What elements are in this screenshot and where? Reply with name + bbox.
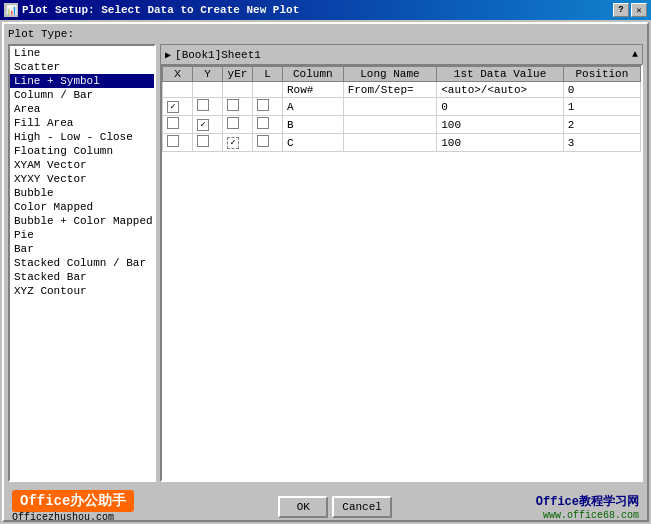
- plot-list-item[interactable]: Color Mapped: [10, 200, 154, 214]
- plot-list-item[interactable]: Floating Column: [10, 144, 154, 158]
- table-row: A01: [163, 98, 641, 116]
- l-checkbox[interactable]: [257, 135, 269, 147]
- ok-button[interactable]: OK: [278, 496, 328, 518]
- table-header: Position: [563, 67, 640, 82]
- longname-cell: [343, 116, 437, 134]
- plot-list-item[interactable]: Line: [10, 46, 154, 60]
- yer-checkbox-cell[interactable]: [223, 134, 253, 152]
- main-window: Plot Type: LineScatterLine + SymbolColum…: [2, 22, 649, 522]
- l-checkbox[interactable]: [257, 99, 269, 111]
- table-row: Row#From/Step=<auto>/<auto>0: [163, 82, 641, 98]
- y-checkbox-cell[interactable]: [193, 116, 223, 134]
- plot-list-item[interactable]: High - Low - Close: [10, 130, 154, 144]
- cancel-button[interactable]: Cancel: [332, 496, 392, 518]
- plot-list-item[interactable]: Area: [10, 102, 154, 116]
- yer-checkbox-cell[interactable]: [223, 116, 253, 134]
- plot-list-item[interactable]: Stacked Bar: [10, 270, 154, 284]
- brand-right-title: Office教程学习网: [536, 493, 639, 510]
- plot-list-item[interactable]: Line + Symbol: [10, 74, 154, 88]
- plot-type-label: Plot Type:: [8, 28, 74, 40]
- footer-row: Office办公助手 Officezhushou.com OK Cancel O…: [8, 488, 643, 524]
- yer-checkbox[interactable]: [227, 117, 239, 129]
- position-cell: 2: [563, 116, 640, 134]
- content-area: LineScatterLine + SymbolColumn / BarArea…: [8, 44, 643, 482]
- plot-list-item[interactable]: XYXY Vector: [10, 172, 154, 186]
- help-button[interactable]: ?: [613, 3, 629, 17]
- book-up-arrow[interactable]: ▲: [632, 49, 638, 60]
- firstdatavalue-cell: <auto>/<auto>: [437, 82, 564, 98]
- yer-checkbox[interactable]: [227, 137, 239, 149]
- x-checkbox-cell[interactable]: [163, 116, 193, 134]
- plot-list-item[interactable]: XYAM Vector: [10, 158, 154, 172]
- y-checkbox[interactable]: [197, 99, 209, 111]
- position-cell: 3: [563, 134, 640, 152]
- bottom-buttons: OK Cancel: [278, 496, 392, 518]
- book-arrow[interactable]: ▶: [165, 49, 171, 61]
- branding-left: Office办公助手 Officezhushou.com: [12, 490, 134, 523]
- plot-type-row: Plot Type:: [8, 28, 643, 40]
- plot-type-list[interactable]: LineScatterLine + SymbolColumn / BarArea…: [8, 44, 156, 482]
- x-checkbox[interactable]: [167, 101, 179, 113]
- yer-checkbox-cell[interactable]: [223, 82, 253, 98]
- plot-list-item[interactable]: Pie: [10, 228, 154, 242]
- longname-cell: [343, 134, 437, 152]
- x-checkbox-cell[interactable]: [163, 82, 193, 98]
- plot-list-item[interactable]: Bubble: [10, 186, 154, 200]
- table-header: L: [253, 67, 283, 82]
- l-checkbox-cell[interactable]: [253, 82, 283, 98]
- plot-list-item[interactable]: Column / Bar: [10, 88, 154, 102]
- table-header: Column: [283, 67, 344, 82]
- plot-list-item[interactable]: Fill Area: [10, 116, 154, 130]
- data-panel: ▶ [Book1]Sheet1 ▲ XYyErLColumnLong Name1…: [160, 44, 643, 482]
- l-checkbox-cell[interactable]: [253, 134, 283, 152]
- table-header: 1st Data Value: [437, 67, 564, 82]
- table-row: C1003: [163, 134, 641, 152]
- longname-cell: From/Step=: [343, 82, 437, 98]
- column-cell: C: [283, 134, 344, 152]
- book-header: ▶ [Book1]Sheet1 ▲: [160, 44, 643, 64]
- firstdatavalue-cell: 0: [437, 98, 564, 116]
- table-row: B1002: [163, 116, 641, 134]
- book-name: [Book1]Sheet1: [175, 49, 261, 61]
- plot-list-item[interactable]: Scatter: [10, 60, 154, 74]
- x-checkbox[interactable]: [167, 135, 179, 147]
- plot-list-item[interactable]: Bar: [10, 242, 154, 256]
- brand-right-url: www.office68.com: [543, 510, 639, 521]
- firstdatavalue-cell: 100: [437, 116, 564, 134]
- window-title: Plot Setup: Select Data to Create New Pl…: [22, 4, 299, 16]
- plot-list-item[interactable]: Stacked Column / Bar: [10, 256, 154, 270]
- position-cell: 0: [563, 82, 640, 98]
- app-icon: 📊: [4, 3, 18, 17]
- title-bar: 📊 Plot Setup: Select Data to Create New …: [0, 0, 651, 20]
- x-checkbox-cell[interactable]: [163, 134, 193, 152]
- y-checkbox-cell[interactable]: [193, 82, 223, 98]
- column-cell: A: [283, 98, 344, 116]
- l-checkbox-cell[interactable]: [253, 98, 283, 116]
- brand-office-title: Office办公助手: [12, 490, 134, 512]
- y-checkbox[interactable]: [197, 135, 209, 147]
- close-button[interactable]: ✕: [631, 3, 647, 17]
- yer-checkbox-cell[interactable]: [223, 98, 253, 116]
- table-header: X: [163, 67, 193, 82]
- plot-list-item[interactable]: XYZ Contour: [10, 284, 154, 298]
- y-checkbox-cell[interactable]: [193, 134, 223, 152]
- y-checkbox-cell[interactable]: [193, 98, 223, 116]
- plot-list-item[interactable]: Bubble + Color Mapped: [10, 214, 154, 228]
- column-cell: Row#: [283, 82, 344, 98]
- table-header: yEr: [223, 67, 253, 82]
- table-header: Y: [193, 67, 223, 82]
- firstdatavalue-cell: 100: [437, 134, 564, 152]
- column-cell: B: [283, 116, 344, 134]
- x-checkbox[interactable]: [167, 117, 179, 129]
- table-header: Long Name: [343, 67, 437, 82]
- l-checkbox-cell[interactable]: [253, 116, 283, 134]
- y-checkbox[interactable]: [197, 119, 209, 131]
- position-cell: 1: [563, 98, 640, 116]
- data-grid: XYyErLColumnLong Name1st Data ValuePosit…: [160, 64, 643, 482]
- branding-right: Office教程学习网 www.office68.com: [536, 493, 639, 521]
- x-checkbox-cell[interactable]: [163, 98, 193, 116]
- l-checkbox[interactable]: [257, 117, 269, 129]
- yer-checkbox[interactable]: [227, 99, 239, 111]
- longname-cell: [343, 98, 437, 116]
- brand-office-url: Officezhushou.com: [12, 512, 134, 523]
